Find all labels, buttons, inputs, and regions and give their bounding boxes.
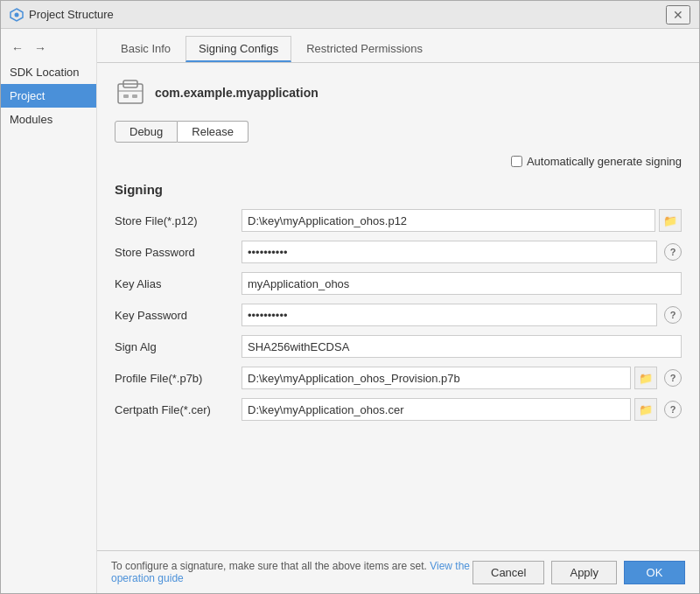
title-bar-left: Project Structure: [10, 8, 114, 22]
input-profile-file[interactable]: [242, 367, 631, 389]
svg-rect-6: [132, 94, 137, 98]
help-profile-file-button[interactable]: ?: [664, 369, 682, 387]
nav-controls: ← →: [1, 36, 96, 60]
input-wrap-profile-file: 📁 ?: [242, 367, 682, 389]
form-row-certpath-file: Certpath File(*.cer) 📁 ?: [115, 398, 682, 421]
label-sign-alg: Sign Alg: [115, 340, 242, 353]
auto-sign-row: Automatically generate signing: [115, 155, 682, 168]
form-row-key-password: Key Password ?: [115, 304, 682, 326]
label-store-password: Store Password: [115, 246, 242, 259]
title-bar: Project Structure ✕: [1, 1, 699, 29]
help-certpath-file-button[interactable]: ?: [664, 401, 682, 418]
label-certpath-file: Certpath File(*.cer): [115, 403, 242, 416]
input-wrap-key-password: ?: [242, 304, 682, 326]
signing-section-title: Signing: [115, 182, 682, 197]
module-name: com.example.myapplication: [155, 86, 318, 100]
sidebar-item-project[interactable]: Project: [1, 84, 96, 108]
form-row-sign-alg: Sign Alg: [115, 335, 682, 358]
tab-bar: Basic Info Signing Configs Restricted Pe…: [97, 29, 699, 63]
input-sign-alg[interactable]: [242, 335, 682, 358]
sub-tab-debug[interactable]: Debug: [115, 121, 178, 143]
dialog-buttons: Cancel Apply OK: [472, 561, 685, 584]
input-wrap-certpath-file: 📁 ?: [242, 398, 682, 421]
ok-button[interactable]: OK: [624, 561, 685, 584]
svg-point-1: [15, 12, 19, 17]
back-button[interactable]: ←: [8, 39, 27, 57]
label-profile-file: Profile File(*.p7b): [115, 372, 242, 385]
svg-rect-5: [123, 94, 129, 98]
folder-icon-certpath: 📁: [639, 403, 653, 416]
form-row-store-file: Store File(*.p12) 📁: [115, 209, 682, 232]
folder-icon: 📁: [663, 214, 677, 227]
tab-restricted-permissions[interactable]: Restricted Permissions: [293, 36, 436, 62]
browse-certpath-file-button[interactable]: 📁: [634, 398, 657, 421]
input-key-alias[interactable]: [242, 272, 682, 295]
input-wrap-sign-alg: [242, 335, 682, 358]
close-button[interactable]: ✕: [666, 5, 690, 24]
auto-sign-checkbox[interactable]: [511, 156, 522, 167]
sidebar-item-sdk-location[interactable]: SDK Location: [1, 60, 96, 84]
content-area: ← → SDK Location Project Modules Basic I…: [1, 29, 699, 593]
dialog-window: Project Structure ✕ ← → SDK Location Pro…: [0, 0, 700, 594]
auto-sign-label[interactable]: Automatically generate signing: [511, 155, 682, 168]
sidebar: ← → SDK Location Project Modules: [1, 29, 97, 593]
input-wrap-key-alias: [242, 272, 682, 295]
app-icon: [10, 8, 24, 22]
module-header: com.example.myapplication: [115, 77, 682, 108]
main-panel: Basic Info Signing Configs Restricted Pe…: [97, 29, 699, 593]
panel-content: com.example.myapplication Debug Release: [97, 63, 699, 550]
apply-button[interactable]: Apply: [551, 561, 617, 584]
label-store-file: Store File(*.p12): [115, 214, 242, 227]
sub-tab-release[interactable]: Release: [178, 121, 248, 143]
form-row-key-alias: Key Alias: [115, 272, 682, 295]
forward-button[interactable]: →: [31, 39, 50, 57]
dialog-title: Project Structure: [29, 8, 114, 21]
input-key-password[interactable]: [242, 304, 657, 326]
label-key-password: Key Password: [115, 309, 242, 322]
bottom-bar: To configure a signature, make sure that…: [97, 550, 699, 593]
input-wrap-store-password: ?: [242, 241, 682, 263]
label-key-alias: Key Alias: [115, 277, 242, 290]
input-store-password[interactable]: [242, 241, 657, 263]
input-certpath-file[interactable]: [242, 398, 631, 421]
bottom-hint: To configure a signature, make sure that…: [111, 560, 472, 584]
tab-signing-configs[interactable]: Signing Configs: [186, 36, 291, 62]
input-store-file[interactable]: [242, 209, 655, 232]
help-store-password-button[interactable]: ?: [664, 243, 682, 261]
cancel-button[interactable]: Cancel: [472, 561, 544, 584]
browse-store-file-button[interactable]: 📁: [659, 209, 682, 232]
form-row-profile-file: Profile File(*.p7b) 📁 ?: [115, 367, 682, 389]
module-icon: [115, 77, 146, 108]
tab-basic-info[interactable]: Basic Info: [108, 36, 184, 62]
browse-profile-file-button[interactable]: 📁: [634, 367, 657, 389]
folder-icon-profile: 📁: [639, 372, 653, 385]
sub-tabs: Debug Release: [115, 121, 682, 143]
help-key-password-button[interactable]: ?: [664, 306, 682, 324]
sidebar-item-modules[interactable]: Modules: [1, 108, 96, 131]
form-row-store-password: Store Password ?: [115, 241, 682, 263]
input-wrap-store-file: 📁: [242, 209, 682, 232]
